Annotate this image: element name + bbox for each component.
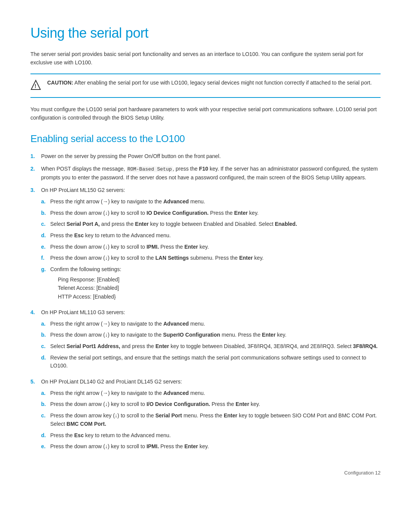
step-3c-bold3: Enabled.: [275, 221, 297, 227]
step-5e-bold2: Enter: [184, 443, 198, 449]
step-3c: Select Serial Port A, and press the Ente…: [41, 220, 381, 228]
rom-based-setup-code: ROM-Based Setup: [127, 166, 173, 172]
step-3: On HP ProLiant ML150 G2 servers: Press t…: [30, 186, 381, 304]
step-4: On HP ProLiant ML110 G3 servers: Press t…: [30, 308, 381, 373]
step-5a-bold: Advanced: [163, 390, 189, 396]
setting-ping: Ping Response: [Enabled]: [58, 275, 381, 284]
step-3f: Press the down arrow (↓) key to scroll t…: [41, 254, 381, 262]
step-1: Power on the server by pressing the Powe…: [30, 152, 381, 161]
step-4c-bold1: Serial Port1 Address,: [67, 343, 120, 349]
step-4b-bold1: SuperIO Configuration: [163, 332, 220, 338]
step-5c-bold2: Enter: [224, 412, 237, 419]
step-4b: Press the down arrow (↓) key to navigate…: [41, 331, 381, 339]
step-1-text: Power on the server by pressing the Powe…: [41, 153, 221, 159]
main-steps-list: Power on the server by pressing the Powe…: [30, 152, 381, 454]
step-5: On HP ProLiant DL140 G2 and ProLiant DL1…: [30, 378, 381, 454]
step-3b: Press the down arrow (↓) key to scroll t…: [41, 209, 381, 217]
caution-body: After enabling the serial port for use w…: [75, 80, 372, 86]
step-5-text: On HP ProLiant DL140 G2 and ProLiant DL1…: [41, 379, 182, 385]
step-3b-bold1: IO Device Configuration.: [147, 210, 209, 216]
section-title: Enabling serial access to the LO100: [30, 131, 381, 146]
step-3d-bold: Esc: [74, 232, 84, 238]
page-title: Using the serial port: [30, 23, 381, 43]
caution-label: CAUTION:: [47, 80, 73, 86]
step-5e: Press the down arrow (↓) key to scroll t…: [41, 443, 381, 451]
body-text: You must configure the LO100 serial port…: [30, 105, 381, 122]
step-4a: Press the right arrow (→) key to navigat…: [41, 320, 381, 328]
step-3e-bold2: Enter: [184, 244, 198, 250]
step-5d: Press the Esc key to return to the Advan…: [41, 431, 381, 440]
step-3-text: On HP ProLiant ML150 G2 servers:: [41, 187, 125, 193]
step-4c: Select Serial Port1 Address, and press t…: [41, 342, 381, 351]
step-2-text: When POST displays the message, ROM-Base…: [41, 166, 378, 180]
step-3f-bold2: Enter: [239, 255, 253, 261]
step-3e-bold1: IPMI.: [147, 244, 159, 250]
step-5-substeps: Press the right arrow (→) key to navigat…: [41, 389, 381, 451]
step-4b-bold2: Enter: [262, 332, 276, 338]
step-5b-bold1: I/O Device Configuration.: [147, 401, 210, 407]
step-3c-bold1: Serial Port A,: [67, 221, 100, 227]
step-4d: Review the serial port settings, and ens…: [41, 354, 381, 370]
step-3d: Press the Esc key to return to the Advan…: [41, 232, 381, 240]
step-5c-bold3: BMC COM Port.: [67, 421, 106, 427]
step-3f-bold1: LAN Settings: [155, 255, 189, 261]
svg-text:!: !: [35, 83, 37, 89]
caution-text: CAUTION: After enabling the serial port …: [47, 79, 372, 87]
step-3c-bold2: Enter: [135, 221, 149, 227]
step-4-text: On HP ProLiant ML110 G3 servers:: [41, 309, 125, 315]
intro-text: The server serial port provides basic se…: [30, 50, 381, 67]
step-5b: Press the down arrow (↓) key to scroll t…: [41, 400, 381, 409]
step-5a: Press the right arrow (→) key to navigat…: [41, 389, 381, 398]
step-3g: Confirm the following settings: Ping Res…: [41, 265, 381, 301]
step-4c-bold2: Enter: [156, 343, 169, 349]
footer: Configuration 12: [30, 469, 381, 477]
f10-key: F10: [199, 166, 208, 172]
step-3b-bold2: Enter: [234, 210, 248, 216]
step-5c: Press the down arrow key (↓) to scroll t…: [41, 412, 381, 428]
step-5e-bold1: IPMI.: [147, 443, 159, 449]
step-3-substeps: Press the right arrow (→) key to navigat…: [41, 198, 381, 301]
caution-box: ! CAUTION: After enabling the serial por…: [30, 73, 381, 98]
caution-icon: !: [30, 80, 41, 93]
step-5d-bold: Esc: [74, 432, 84, 438]
step-4c-bold3: 3F8/IRQ4.: [353, 343, 378, 349]
step-3e: Press the down arrow (↓) key to scroll t…: [41, 243, 381, 251]
step-2: When POST displays the message, ROM-Base…: [30, 165, 381, 182]
step-5c-bold1: Serial Port: [155, 412, 182, 419]
setting-telenet: Telenet Access: [Enabled]: [58, 284, 381, 292]
setting-http: HTTP Access: [Enabled}: [58, 292, 381, 301]
footer-text: Configuration 12: [344, 469, 381, 477]
step-4-substeps: Press the right arrow (→) key to navigat…: [41, 320, 381, 370]
step-3a: Press the right arrow (→) key to navigat…: [41, 198, 381, 206]
settings-list: Ping Response: [Enabled] Telenet Access:…: [50, 275, 381, 301]
step-3a-bold: Advanced: [163, 198, 189, 204]
step-5b-bold2: Enter: [236, 401, 249, 407]
step-4a-bold: Advanced: [163, 321, 189, 327]
